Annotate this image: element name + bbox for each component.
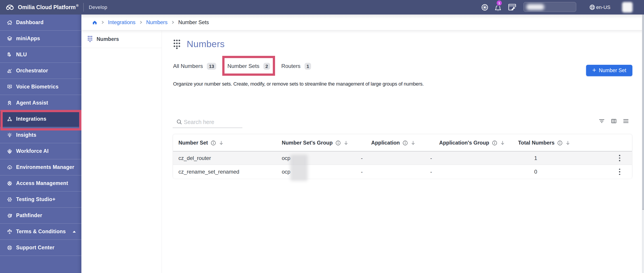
- column-header-application[interactable]: Application: [371, 134, 416, 151]
- column-header-applications-group[interactable]: Application's Group: [439, 134, 505, 151]
- info-icon[interactable]: [402, 140, 408, 146]
- terms-scales-icon: [7, 229, 12, 235]
- page-title: Numbers: [187, 39, 225, 49]
- sidebar-item-label: Terms & Conditions: [16, 229, 66, 235]
- sort-arrow-icon[interactable]: [500, 140, 505, 145]
- sidebar-item-dashboard[interactable]: Dashboard: [0, 14, 82, 31]
- redacted-blur-overlay: [290, 155, 308, 181]
- search-input[interactable]: [184, 117, 240, 126]
- scrollbar-thumb[interactable]: [642, 14, 644, 210]
- sidebar-item-label: Workforce AI: [16, 148, 48, 154]
- cell-number-set: cz_rename_set_renamed: [178, 165, 239, 179]
- cell-applications-group: -: [430, 165, 432, 179]
- sidebar-item-insights[interactable]: Insights: [0, 127, 82, 143]
- tab-label: All Numbers: [173, 63, 203, 69]
- tab-count-badge: 13: [207, 63, 216, 70]
- breadcrumb-link-numbers[interactable]: Numbers: [146, 19, 168, 25]
- menu-develop[interactable]: Develop: [89, 0, 107, 14]
- sidebar-item-environments-manager[interactable]: Environments Manager: [0, 159, 82, 175]
- column-label: Number Set's Group: [282, 140, 333, 146]
- sidebar-item-label: Insights: [16, 132, 36, 138]
- sidebar-item-label: Access Management: [16, 180, 68, 186]
- plus-icon: +: [592, 67, 596, 73]
- tab-routers[interactable]: Routers 1: [281, 61, 311, 71]
- sidebar-item-integrations[interactable]: Integrations: [0, 111, 82, 127]
- testing-badge-check-icon: [7, 197, 12, 202]
- column-label: Total Numbers: [518, 140, 554, 146]
- collapse-caret-icon[interactable]: [73, 231, 76, 233]
- row-actions-kebab-icon[interactable]: [617, 151, 622, 165]
- info-icon[interactable]: [336, 140, 341, 146]
- list-view-icon[interactable]: [623, 118, 629, 124]
- sidebar-item-label: Voice Biometrics: [16, 84, 58, 90]
- sort-arrow-icon[interactable]: [219, 140, 224, 145]
- sidebar-item-miniapps[interactable]: miniApps: [0, 31, 82, 47]
- info-icon[interactable]: [492, 140, 497, 146]
- notifications-bell-icon[interactable]: [494, 4, 502, 12]
- sidebar-item-terms-conditions[interactable]: Terms & Conditions: [0, 224, 82, 240]
- pathfinder-routes-icon: [7, 213, 12, 219]
- release-notes-icon[interactable]: [508, 4, 516, 11]
- sidebar-item-agent-assist[interactable]: Agent Assist: [0, 95, 82, 111]
- breadcrumb: Integrations Numbers Number Sets: [92, 19, 209, 25]
- column-header-number-set[interactable]: Number Set: [178, 134, 224, 151]
- sidebar-item-orchestrator[interactable]: Orchestrator: [0, 63, 82, 79]
- column-header-total-numbers[interactable]: Total Numbers: [518, 134, 570, 151]
- breadcrumb-link-integrations[interactable]: Integrations: [108, 19, 136, 25]
- columns-icon[interactable]: [611, 118, 617, 124]
- sidebar-item-workforce-ai[interactable]: Workforce AI: [0, 143, 82, 159]
- environment-selector-blurred-text: [526, 4, 544, 10]
- info-icon[interactable]: [211, 140, 216, 146]
- filter-icon[interactable]: [598, 118, 605, 124]
- breadcrumb-separator-icon: [101, 20, 104, 24]
- table-row[interactable]: cz_rename_set_renamed ocp - - 0: [173, 165, 632, 179]
- integrations-icon: [7, 116, 12, 122]
- cell-application: -: [361, 151, 363, 165]
- column-header-number-sets-group[interactable]: Number Set's Group: [282, 134, 348, 151]
- tab-all-numbers[interactable]: All Numbers 13: [173, 61, 216, 71]
- tab-count-badge: 1: [304, 63, 311, 70]
- search-icon: [176, 119, 182, 125]
- sidebar-item-label: Support Center: [16, 245, 54, 251]
- sidebar-item-pathfinder[interactable]: Pathfinder: [0, 208, 82, 224]
- add-number-set-button[interactable]: + Number Set: [586, 65, 632, 76]
- row-actions-kebab-icon[interactable]: [617, 165, 622, 179]
- sort-arrow-icon[interactable]: [410, 140, 416, 145]
- sidebar-item-testing-studio[interactable]: Testing Studio+: [0, 192, 82, 208]
- sidebar-nav: Dashboard miniApps NLU: [0, 14, 82, 273]
- info-icon[interactable]: [557, 140, 562, 146]
- user-avatar[interactable]: [622, 2, 632, 12]
- sidebar-item-label: Integrations: [16, 116, 46, 122]
- sidebar-item-voice-biometrics[interactable]: Voice Biometrics: [0, 79, 82, 95]
- environment-selector[interactable]: [524, 2, 576, 12]
- sort-arrow-icon[interactable]: [565, 140, 570, 145]
- column-label: Number Set: [178, 140, 208, 146]
- column-label: Application's Group: [439, 140, 489, 146]
- table-row[interactable]: cz_del_router ocp - - 1: [173, 151, 632, 165]
- page-scrollbar[interactable]: [642, 14, 644, 273]
- panel-item-numbers[interactable]: Numbers: [82, 30, 162, 48]
- top-bar: Omilia Cloud Platform® Develop 1: [0, 0, 644, 14]
- environments-cloud-icon: [7, 164, 12, 170]
- breadcrumb-home-icon[interactable]: [92, 20, 97, 25]
- omilia-cloud-logo-icon: [6, 3, 14, 11]
- nlu-block-icon: [7, 52, 12, 58]
- sort-arrow-icon[interactable]: [344, 140, 348, 145]
- theme-icon[interactable]: [481, 4, 488, 11]
- cell-total-numbers: 1: [534, 151, 537, 165]
- sidebar-item-label: Agent Assist: [16, 100, 48, 106]
- search-field: [173, 116, 242, 128]
- brand-title: Omilia Cloud Platform®: [18, 0, 78, 14]
- sidebar-item-nlu[interactable]: NLU: [0, 47, 82, 63]
- tab-label: Routers: [281, 63, 300, 69]
- orchestrator-icon: [7, 68, 12, 74]
- panel-item-label: Numbers: [96, 30, 119, 48]
- sidebar-item-access-management[interactable]: Access Management: [0, 175, 82, 192]
- globe-icon: [589, 4, 595, 10]
- column-label: Application: [371, 140, 400, 146]
- locale-selector[interactable]: en-US: [596, 0, 610, 14]
- sidebar-item-support-center[interactable]: Support Center: [0, 240, 82, 256]
- voice-biometrics-icon: [7, 84, 12, 90]
- sidebar-item-label: NLU: [16, 52, 27, 58]
- cell-total-numbers: 0: [534, 165, 537, 179]
